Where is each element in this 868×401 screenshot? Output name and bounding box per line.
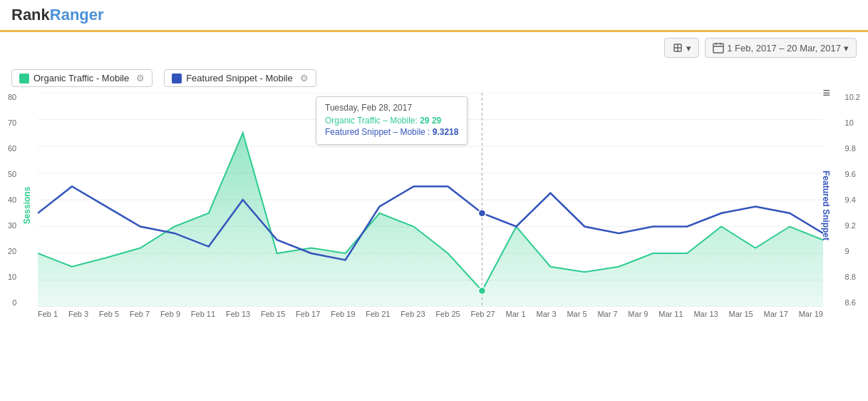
- svg-rect-3: [713, 44, 723, 53]
- legend-snippet[interactable]: Featured Snippet - Mobile ⚙: [164, 69, 316, 87]
- tooltip-date: Tuesday, Feb 28, 2017: [325, 103, 458, 113]
- chart-menu-icon[interactable]: ≡: [822, 86, 830, 101]
- tooltip-snippet-value: 9.3218: [433, 127, 459, 137]
- organic-color-swatch: [19, 73, 29, 83]
- legend-organic[interactable]: Organic Traffic - Mobile ⚙: [11, 69, 153, 87]
- toolbar: ▾ 1 Feb, 2017 – 20 Mar, 2017 ▾: [0, 32, 868, 64]
- organic-label: Organic Traffic - Mobile: [33, 73, 129, 83]
- tooltip-snippet-label: Featured Snippet – Mobile :: [325, 127, 430, 137]
- logo: RankRanger: [11, 6, 104, 24]
- tooltip-snippet-row: Featured Snippet – Mobile : 9.3218: [325, 127, 458, 137]
- date-range-label: 1 Feb, 2017 – 20 Mar, 2017: [727, 43, 841, 54]
- snippet-color-swatch: [172, 73, 182, 83]
- chart-tooltip: Tuesday, Feb 28, 2017 Organic Traffic – …: [316, 96, 467, 145]
- organic-gear-icon[interactable]: ⚙: [136, 73, 145, 83]
- snippet-label: Featured Snippet - Mobile: [186, 73, 293, 83]
- y-axis-right: 10.2 10 9.8 9.6 9.4 9.2 9 8.8 8.6: [845, 93, 860, 307]
- tooltip-organic-row: Organic Traffic – Mobile: 29 29: [325, 116, 458, 126]
- y-axis-left: 80 70 60 50 40 30 20 10 0: [8, 93, 16, 307]
- x-axis: Feb 1 Feb 3 Feb 5 Feb 7 Feb 9 Feb 11 Feb…: [38, 307, 823, 318]
- svg-point-18: [478, 210, 485, 217]
- sessions-axis-label: Sessions: [22, 187, 32, 225]
- chevron-down-icon: ▾: [844, 43, 849, 54]
- logo-ranger: Ranger: [50, 6, 104, 24]
- cube-button[interactable]: ▾: [664, 38, 699, 58]
- snippet-gear-icon[interactable]: ⚙: [300, 73, 309, 83]
- tooltip-organic-label: Organic Traffic – Mobile:: [325, 116, 418, 126]
- logo-rank: Rank: [11, 6, 50, 24]
- svg-point-17: [478, 288, 485, 295]
- legend: Organic Traffic - Mobile ⚙ Featured Snip…: [0, 64, 868, 93]
- chevron-icon: ▾: [686, 43, 691, 54]
- date-range-button[interactable]: 1 Feb, 2017 – 20 Mar, 2017 ▾: [705, 38, 857, 58]
- tooltip-organic-value: 29: [420, 116, 429, 126]
